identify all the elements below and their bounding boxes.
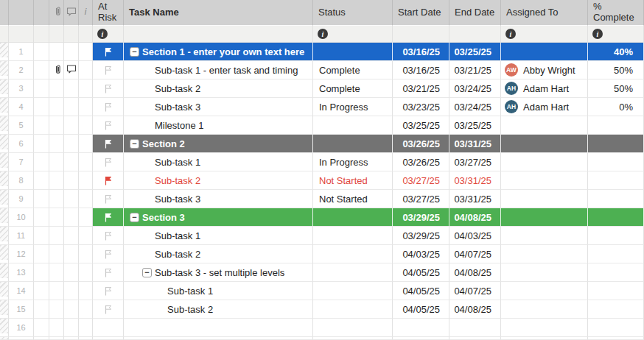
cell-status[interactable]: Complete	[313, 61, 393, 79]
cell-status[interactable]	[313, 43, 393, 61]
comment-cell[interactable]	[64, 61, 79, 79]
cell-task-name[interactable]: Sub-task 1	[124, 227, 313, 245]
cell-assigned-to[interactable]	[501, 190, 588, 208]
attachment-cell[interactable]	[49, 190, 64, 208]
attachment-cell[interactable]	[49, 61, 64, 79]
cell-at-risk[interactable]	[93, 190, 124, 208]
cell-pct-complete[interactable]	[588, 263, 644, 282]
comment-cell[interactable]	[64, 43, 79, 61]
cell-status[interactable]	[313, 319, 393, 337]
attachment-cell[interactable]	[49, 43, 64, 61]
row-drag-handle[interactable]	[0, 208, 9, 227]
cell-start-date[interactable]: 04/05/25	[393, 282, 449, 300]
cell-assigned-to[interactable]	[501, 227, 588, 245]
comment-cell[interactable]	[64, 135, 79, 153]
cell-status[interactable]	[313, 263, 393, 282]
cell-end-date[interactable]: 03/24/25	[449, 98, 501, 116]
cell-start-date[interactable]: 04/03/25	[393, 245, 449, 263]
row-drag-handle[interactable]	[0, 43, 9, 61]
comment-cell[interactable]	[64, 300, 79, 319]
comment-cell[interactable]	[64, 98, 79, 116]
comment-cell[interactable]	[64, 227, 79, 245]
cell-task-name[interactable]: Milestone 1	[124, 116, 313, 135]
cell-start-date[interactable]: 03/29/25	[393, 208, 449, 227]
row-number[interactable]: 1	[9, 43, 34, 61]
row-number[interactable]: 10	[9, 208, 34, 227]
cell-pct-complete[interactable]	[588, 116, 644, 135]
cell-end-date[interactable]: 04/07/25	[449, 245, 501, 263]
row-number[interactable]: 8	[9, 171, 34, 190]
cell-assigned-to[interactable]	[501, 245, 588, 263]
cell-at-risk[interactable]	[93, 300, 124, 319]
cell-assigned-to[interactable]	[501, 282, 588, 300]
cell-assigned-to[interactable]	[501, 116, 588, 135]
row-drag-handle[interactable]	[0, 282, 9, 300]
cell-pct-complete[interactable]: 50%	[588, 61, 644, 79]
cell-end-date[interactable]	[449, 319, 501, 337]
attachment-cell[interactable]	[49, 263, 64, 282]
column-header-attachments[interactable]	[49, 0, 64, 26]
cell-task-name[interactable]: −Section 2	[124, 135, 313, 153]
cell-at-risk[interactable]	[93, 245, 124, 263]
cell-assigned-to[interactable]	[501, 135, 588, 153]
cell-status[interactable]	[313, 282, 393, 300]
row-number[interactable]: 13	[9, 263, 34, 282]
cell-at-risk[interactable]	[93, 43, 124, 61]
cell-status[interactable]	[313, 116, 393, 135]
cell-status[interactable]	[313, 227, 393, 245]
cell-pct-complete[interactable]	[588, 227, 644, 245]
collapse-minus-icon[interactable]: −	[130, 139, 139, 149]
cell-at-risk[interactable]	[93, 171, 124, 190]
row-drag-handle[interactable]	[0, 171, 9, 190]
cell-start-date[interactable]: 03/21/25	[393, 79, 449, 98]
cell-end-date[interactable]: 03/31/25	[449, 135, 501, 153]
cell-status[interactable]: In Progress	[313, 98, 393, 116]
column-header-start-date[interactable]: Start Date	[393, 0, 449, 26]
row-number[interactable]: 2	[9, 61, 34, 79]
attachment-cell[interactable]	[49, 282, 64, 300]
row-number[interactable]: 4	[9, 98, 34, 116]
cell-at-risk[interactable]	[93, 208, 124, 227]
row-number[interactable]: 5	[9, 116, 34, 135]
cell-status[interactable]	[313, 300, 393, 319]
attachment-cell[interactable]	[49, 208, 64, 227]
comment-cell[interactable]	[64, 245, 79, 263]
info-badge-icon[interactable]: i	[97, 29, 108, 39]
cell-start-date[interactable]: 03/23/25	[393, 98, 449, 116]
cell-assigned-to[interactable]: AHAdam Hart	[501, 98, 588, 116]
cell-end-date[interactable]: 03/25/25	[449, 43, 501, 61]
cell-at-risk[interactable]	[93, 263, 124, 282]
cell-pct-complete[interactable]	[588, 171, 644, 190]
cell-end-date[interactable]: 04/07/25	[449, 282, 501, 300]
comment-cell[interactable]	[64, 79, 79, 98]
cell-pct-complete[interactable]	[588, 190, 644, 208]
cell-pct-complete[interactable]	[588, 300, 644, 319]
cell-end-date[interactable]: 04/08/25	[449, 263, 501, 282]
row-drag-handle[interactable]	[0, 116, 9, 135]
cell-pct-complete[interactable]	[588, 135, 644, 153]
info-badge-icon[interactable]: i	[592, 29, 603, 39]
cell-start-date[interactable]: 03/26/25	[393, 135, 449, 153]
cell-task-name[interactable]: Sub-task 2	[124, 171, 313, 190]
paperclip-icon[interactable]	[52, 64, 61, 77]
row-drag-handle[interactable]	[0, 337, 9, 340]
cell-end-date[interactable]: 04/03/25	[449, 227, 501, 245]
cell-end-date[interactable]: 04/08/25	[449, 208, 501, 227]
row-number[interactable]: 9	[9, 190, 34, 208]
row-number[interactable]: 15	[9, 300, 34, 319]
cell-end-date[interactable]: 03/27/25	[449, 153, 501, 171]
column-header-end-date[interactable]: End Date	[449, 0, 501, 26]
cell-task-name[interactable]: Sub-task 3	[124, 98, 313, 116]
cell-start-date[interactable]: 04/05/25	[393, 263, 449, 282]
attachment-cell[interactable]	[49, 300, 64, 319]
cell-task-name[interactable]: Sub-task 1	[124, 282, 313, 300]
column-header-at-risk[interactable]: At Risk	[93, 0, 124, 26]
cell-task-name[interactable]: Sub-task 2	[124, 300, 313, 319]
cell-task-name[interactable]: Sub-task 1	[124, 153, 313, 171]
row-drag-handle[interactable]	[0, 98, 9, 116]
attachment-cell[interactable]	[49, 79, 64, 98]
cell-start-date[interactable]	[393, 319, 449, 337]
cell-status[interactable]	[313, 208, 393, 227]
cell-pct-complete[interactable]: 0%	[588, 98, 644, 116]
row-drag-handle[interactable]	[0, 190, 9, 208]
